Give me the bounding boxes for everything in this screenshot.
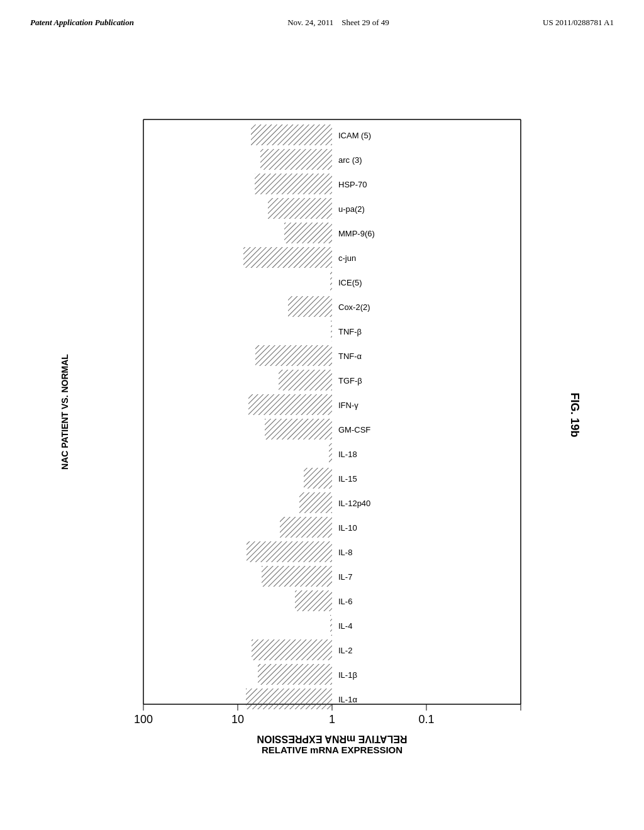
svg-rect-59 [330,615,332,636]
bar-gmcsf: GM-CSF [265,419,370,440]
svg-rect-51 [280,517,332,538]
bar-il1b: IL-1β [258,664,357,685]
svg-text:RELATIVE mRNA EXPRESSION: RELATIVE mRNA EXPRESSION [262,744,402,755]
bar-il4: IL-4 [330,615,352,636]
svg-text:HSP-70: HSP-70 [338,180,367,189]
header-date: Nov. 24, 2011 [287,18,333,27]
svg-rect-31 [330,272,332,292]
svg-rect-23 [255,174,332,194]
svg-text:TGF-β: TGF-β [338,376,362,385]
svg-text:0.1: 0.1 [418,713,434,726]
svg-rect-27 [284,223,332,243]
bar-il6: IL-6 [295,590,352,611]
svg-text:IL-6: IL-6 [338,597,352,606]
bar-cox22: Cox-2(2) [288,296,370,317]
svg-text:GM-CSF: GM-CSF [338,425,370,434]
bar-hsp70: HSP-70 [255,174,367,194]
bar-il18: IL-18 [329,443,357,464]
svg-rect-49 [299,492,332,513]
svg-text:Cox-2(2): Cox-2(2) [338,302,370,312]
bar-tnfb: TNF-β [331,321,362,341]
svg-rect-21 [260,149,332,170]
svg-rect-57 [295,590,332,611]
chart-svg: 100 10 1 0.1 RELATIVE mRNA EXPRESSION RE… [30,88,609,780]
bar-il2: IL-2 [252,639,352,660]
bar-tnfa: TNF-α [255,345,362,366]
svg-rect-33 [288,296,332,317]
svg-text:FIG. 19b: FIG. 19b [569,392,581,437]
svg-text:IL-18: IL-18 [338,450,357,459]
header-patent-number: US 2011/0288781 A1 [543,18,614,28]
svg-text:IL-2: IL-2 [338,646,352,655]
svg-rect-63 [258,664,332,685]
bar-il1a: IL-1α [246,689,357,709]
svg-text:1: 1 [329,713,335,726]
svg-rect-25 [268,198,332,219]
svg-text:IFN-γ: IFN-γ [338,401,358,410]
svg-rect-39 [279,370,332,390]
bar-il15: IL-15 [304,468,357,489]
bar-il7: IL-7 [262,566,352,587]
svg-rect-65 [246,689,332,709]
svg-text:IL-15: IL-15 [338,474,357,484]
bar-cjun: c-jun [243,247,356,268]
svg-rect-55 [262,566,332,587]
bar-ice5: ICE(5) [330,272,362,292]
header-date-sheet: Nov. 24, 2011 Sheet 29 of 49 [287,18,389,28]
bar-ifng: IFN-γ [248,394,358,415]
svg-text:NAC PATIENT VS. NORMAL: NAC PATIENT VS. NORMAL [60,354,70,470]
bar-tgfb: TGF-β [279,370,362,390]
bar-mmp96: MMP-9(6) [284,223,375,243]
svg-rect-35 [331,321,332,341]
svg-text:100: 100 [134,713,153,726]
bar-il10: IL-10 [280,517,357,538]
svg-text:c-jun: c-jun [338,253,356,263]
svg-text:IL-1β: IL-1β [338,670,357,680]
svg-rect-41 [248,394,332,415]
bar-upa2: u-pa(2) [268,198,365,219]
svg-text:IL-7: IL-7 [338,572,352,582]
svg-rect-45 [329,443,332,464]
svg-text:IL-8: IL-8 [338,548,352,557]
svg-rect-61 [252,639,332,660]
svg-text:TNF-β: TNF-β [338,327,362,336]
svg-text:u-pa(2): u-pa(2) [338,204,365,214]
page-header: Patent Application Publication Nov. 24, … [0,0,644,28]
svg-text:arc (3): arc (3) [338,155,362,165]
svg-text:TNF-α: TNF-α [338,351,362,361]
svg-text:MMP-9(6): MMP-9(6) [338,229,375,238]
svg-text:IL-1α: IL-1α [338,695,357,704]
bar-il12p40: IL-12p40 [299,492,370,513]
svg-text:ICE(5): ICE(5) [338,278,362,287]
svg-rect-29 [243,247,332,268]
chart-container: 100 10 1 0.1 RELATIVE mRNA EXPRESSION RE… [30,88,609,780]
svg-text:IL-12p40: IL-12p40 [338,499,370,508]
header-publication-type: Patent Application Publication [30,18,134,28]
svg-rect-19 [251,124,332,145]
bar-icam5: ICAM (5) [251,124,371,145]
svg-text:ICAM (5): ICAM (5) [338,131,371,140]
svg-text:10: 10 [231,713,244,726]
svg-rect-53 [247,541,332,562]
svg-text:IL-10: IL-10 [338,523,357,533]
svg-text:IL-4: IL-4 [338,621,352,631]
header-sheet: Sheet 29 of 49 [341,18,389,27]
svg-text:RELATIVE mRNA EXPRESSION: RELATIVE mRNA EXPRESSION [257,734,407,744]
svg-rect-47 [304,468,332,489]
svg-rect-37 [255,345,332,366]
svg-rect-43 [265,419,332,440]
bar-arc3: arc (3) [260,149,362,170]
bar-il8: IL-8 [247,541,352,562]
